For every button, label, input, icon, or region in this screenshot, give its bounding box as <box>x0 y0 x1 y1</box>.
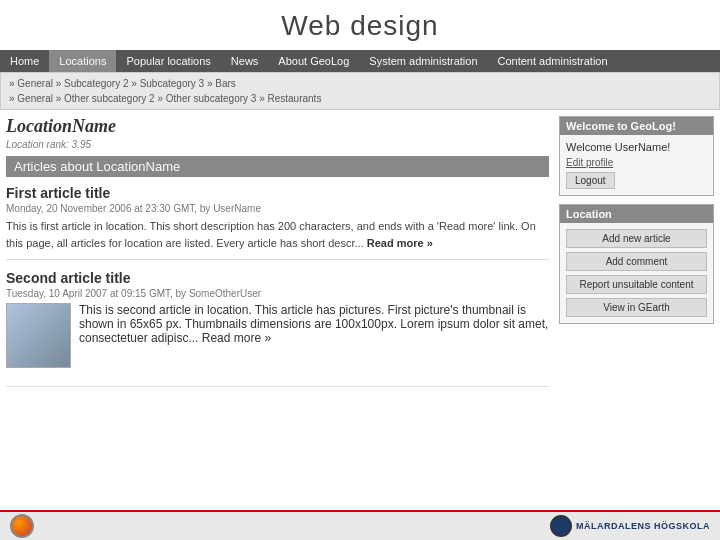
location-rank: Location rank: 3.95 <box>6 139 549 150</box>
nav-item-popular-locations[interactable]: Popular locations <box>116 50 220 72</box>
nav-item-system-admin[interactable]: System administration <box>359 50 487 72</box>
welcome-box: Welcome to GeoLog! Welcome UserName! Edi… <box>559 116 714 196</box>
add-comment-button[interactable]: Add comment <box>566 252 707 271</box>
articles-heading: Articles about LocationName <box>6 156 549 177</box>
view-in-gearth-button[interactable]: View in GEarth <box>566 298 707 317</box>
nav-bar: Home Locations Popular locations News Ab… <box>0 50 720 72</box>
welcome-username: Welcome UserName! <box>566 141 707 153</box>
malar-logo-circle <box>550 515 572 537</box>
nav-item-about-geolog[interactable]: About GeoLog <box>268 50 359 72</box>
article-1: First article title Monday, 20 November … <box>6 185 549 260</box>
page-title: Web design <box>0 0 720 50</box>
breadcrumb-line2: » General » Other subcategory 2 » Other … <box>9 91 711 106</box>
nav-item-locations[interactable]: Locations <box>49 50 116 72</box>
breadcrumb: » General » Subcategory 2 » Subcategory … <box>0 72 720 110</box>
add-article-button[interactable]: Add new article <box>566 229 707 248</box>
article-2-content: This is second article in location. This… <box>6 303 549 368</box>
article-2-body-text: This is second article in location. This… <box>79 303 548 345</box>
location-box-content: Add new article Add comment Report unsui… <box>560 223 713 323</box>
welcome-box-content: Welcome UserName! Edit profile Logout <box>560 135 713 195</box>
location-name: LocationName <box>6 116 549 137</box>
content-area: LocationName Location rank: 3.95 Article… <box>6 116 549 397</box>
fer-logo <box>10 514 46 538</box>
sidebar: Welcome to GeoLog! Welcome UserName! Edi… <box>559 116 714 397</box>
nav-item-news[interactable]: News <box>221 50 269 72</box>
malar-logo-text: MÄLARDALENS HÖGSKOLA <box>576 521 710 531</box>
article-2-read-more[interactable]: Read more » <box>202 331 271 345</box>
article-1-body: This is first article in location. This … <box>6 218 549 251</box>
article-1-body-text: This is first article in location. This … <box>6 220 536 249</box>
malardalens-logo: MÄLARDALENS HÖGSKOLA <box>550 515 710 537</box>
article-2-image <box>6 303 71 368</box>
location-box: Location Add new article Add comment Rep… <box>559 204 714 324</box>
nav-item-content-admin[interactable]: Content administration <box>488 50 618 72</box>
location-box-header: Location <box>560 205 713 223</box>
welcome-box-header: Welcome to GeoLog! <box>560 117 713 135</box>
article-1-title: First article title <box>6 185 549 201</box>
article-1-meta: Monday, 20 November 2006 at 23:30 GMT, b… <box>6 203 549 214</box>
article-2-title: Second article title <box>6 270 549 286</box>
fer-logo-circle <box>10 514 34 538</box>
main-layout: LocationName Location rank: 3.95 Article… <box>0 110 720 397</box>
bottom-bar: MÄLARDALENS HÖGSKOLA <box>0 510 720 540</box>
edit-profile-link[interactable]: Edit profile <box>566 157 707 168</box>
article-2-meta: Tuesday, 10 April 2007 at 09:15 GMT, by … <box>6 288 549 299</box>
article-2-body: This is second article in location. This… <box>79 303 549 368</box>
article-1-read-more[interactable]: Read more » <box>367 237 433 249</box>
nav-item-home[interactable]: Home <box>0 50 49 72</box>
article-2: Second article title Tuesday, 10 April 2… <box>6 270 549 387</box>
breadcrumb-line1: » General » Subcategory 2 » Subcategory … <box>9 76 711 91</box>
logout-button[interactable]: Logout <box>566 172 615 189</box>
report-content-button[interactable]: Report unsuitable content <box>566 275 707 294</box>
